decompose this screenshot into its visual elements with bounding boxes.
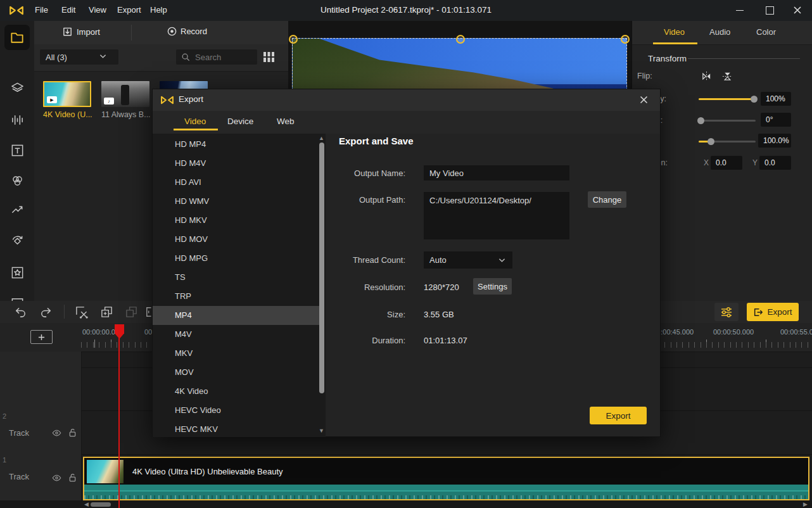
format-option[interactable]: MOV	[153, 363, 319, 382]
active-tab-underline	[653, 42, 697, 44]
transitions-icon[interactable]	[10, 203, 25, 217]
media-item-label[interactable]: 11 Always B...	[101, 110, 151, 119]
rotate-value[interactable]: 0°	[761, 113, 791, 127]
flip-vertical-icon[interactable]	[721, 70, 733, 82]
resolution-settings-button[interactable]: Settings	[473, 278, 512, 295]
minimize-button[interactable]	[732, 4, 748, 16]
media-item-audio-thumbnail[interactable]: ♪	[101, 81, 149, 107]
timeline-horizontal-scrollbar[interactable]: ◀ ▶	[0, 500, 812, 508]
flip-horizontal-icon[interactable]	[701, 70, 713, 82]
size-value: 3.55 GB	[424, 310, 454, 319]
selection-handle-top-left[interactable]	[289, 35, 298, 44]
format-option[interactable]: HD MP4	[153, 135, 319, 154]
search-box[interactable]	[176, 49, 257, 65]
export-label: Export	[767, 307, 792, 317]
format-option[interactable]: M4V	[153, 325, 319, 344]
media-filter-dropdown[interactable]: All (3)	[40, 49, 118, 65]
divider	[131, 25, 132, 41]
output-name-input[interactable]	[424, 165, 569, 181]
scroll-left-icon[interactable]: ◀	[84, 501, 89, 507]
dialog-title: Export	[179, 94, 203, 104]
tab-video[interactable]: Video	[664, 27, 685, 37]
copy-icon[interactable]	[100, 305, 113, 319]
dialog-close-icon[interactable]	[640, 96, 648, 104]
track-visibility-eye-icon[interactable]	[52, 474, 61, 482]
media-item-video-thumbnail[interactable]: ▶	[43, 81, 91, 107]
sidebar-item-media-active[interactable]	[4, 25, 30, 50]
export-dialog-header[interactable]: Export	[153, 89, 660, 111]
rotate-slider[interactable]	[699, 120, 756, 122]
audio-waveform-icon[interactable]	[10, 113, 25, 127]
menu-edit[interactable]: Edit	[61, 5, 75, 15]
text-icon[interactable]	[10, 143, 25, 158]
search-input[interactable]	[194, 52, 248, 63]
selection-handle-top-right[interactable]	[621, 35, 630, 44]
scroll-up-icon[interactable]: ▲	[319, 135, 324, 141]
maximize-button[interactable]	[761, 4, 778, 16]
scroll-down-icon[interactable]: ▼	[319, 428, 324, 434]
menu-view[interactable]: View	[89, 5, 106, 15]
record-label: Record	[181, 27, 207, 36]
dialog-tab-device[interactable]: Device	[227, 117, 253, 126]
duration-value: 01:01:13.07	[424, 336, 467, 345]
scrollbar-thumb[interactable]	[91, 502, 111, 507]
position-x-value[interactable]: 0.0	[711, 156, 742, 170]
format-option[interactable]: HD MOV	[153, 230, 319, 249]
split-clip-icon[interactable]	[75, 305, 88, 319]
dialog-tab-web[interactable]: Web	[277, 117, 295, 126]
tab-audio[interactable]: Audio	[709, 27, 730, 37]
grid-view-icon[interactable]	[263, 51, 275, 63]
effects-icon[interactable]	[10, 265, 25, 280]
scale-value[interactable]: 100.0%	[758, 134, 791, 148]
thread-count-dropdown[interactable]: Auto	[424, 251, 512, 269]
format-option[interactable]: MKV	[153, 344, 319, 363]
track-lock-icon[interactable]	[68, 428, 77, 438]
format-option[interactable]: HD WMV	[153, 192, 319, 211]
timeline-export-button[interactable]: Export	[747, 303, 799, 321]
timeline-video-clip[interactable]: 4K Video (Ultra HD) Unbelievable Beauty	[83, 457, 809, 500]
track-lock-icon[interactable]	[68, 473, 77, 483]
format-option[interactable]: 4K Video	[153, 382, 319, 401]
close-button[interactable]	[789, 4, 806, 16]
scroll-right-icon[interactable]: ▶	[803, 501, 808, 507]
position-y-value[interactable]: 0.0	[759, 156, 791, 170]
menu-export[interactable]: Export	[117, 5, 141, 15]
add-track-button[interactable]	[30, 330, 53, 344]
redo-icon[interactable]	[39, 305, 53, 319]
format-option[interactable]: HD MPG	[153, 249, 319, 268]
menu-file[interactable]: File	[35, 5, 48, 15]
format-option[interactable]: HD M4V	[153, 154, 319, 173]
output-path-field[interactable]: C:/Users/U201124/Desktop/	[424, 192, 569, 239]
format-list-scrollbar[interactable]	[319, 143, 324, 393]
undo-icon[interactable]	[14, 305, 27, 319]
change-path-button[interactable]: Change	[588, 191, 626, 208]
playhead-line[interactable]	[118, 325, 120, 508]
clip-title: 4K Video (Ultra HD) Unbelievable Beauty	[132, 467, 283, 476]
opacity-value[interactable]: 100%	[761, 92, 791, 106]
opacity-slider[interactable]	[699, 98, 756, 100]
animation-icon[interactable]	[10, 234, 25, 248]
track-2-header: 2 Track	[0, 410, 82, 454]
filters-icon[interactable]	[10, 174, 25, 188]
record-button[interactable]: Record	[167, 26, 207, 37]
dialog-tab-video[interactable]: Video	[184, 117, 206, 126]
layers-icon[interactable]	[10, 81, 25, 96]
format-option[interactable]: HEVC Video	[153, 401, 319, 420]
tab-color[interactable]: Color	[756, 27, 776, 37]
format-option[interactable]: HD MKV	[153, 211, 319, 230]
selection-handle-top-center[interactable]	[456, 35, 465, 44]
menu-help[interactable]: Help	[150, 5, 167, 15]
render-settings-button[interactable]	[714, 303, 739, 321]
media-item-label[interactable]: 4K Video (U...	[43, 110, 92, 119]
import-button[interactable]: Import	[62, 26, 100, 37]
format-option-selected[interactable]: MP4	[153, 306, 319, 325]
format-option[interactable]: TRP	[153, 287, 319, 306]
dialog-export-button[interactable]: Export	[590, 407, 647, 424]
scale-slider[interactable]	[699, 141, 756, 143]
format-option[interactable]: HD AVI	[153, 173, 319, 192]
format-option[interactable]: TS	[153, 268, 319, 287]
track-visibility-eye-icon[interactable]	[52, 429, 61, 437]
track-name: Track	[9, 428, 29, 438]
format-option[interactable]: HEVC MKV	[153, 420, 319, 439]
duplicate-icon[interactable]	[125, 305, 138, 319]
